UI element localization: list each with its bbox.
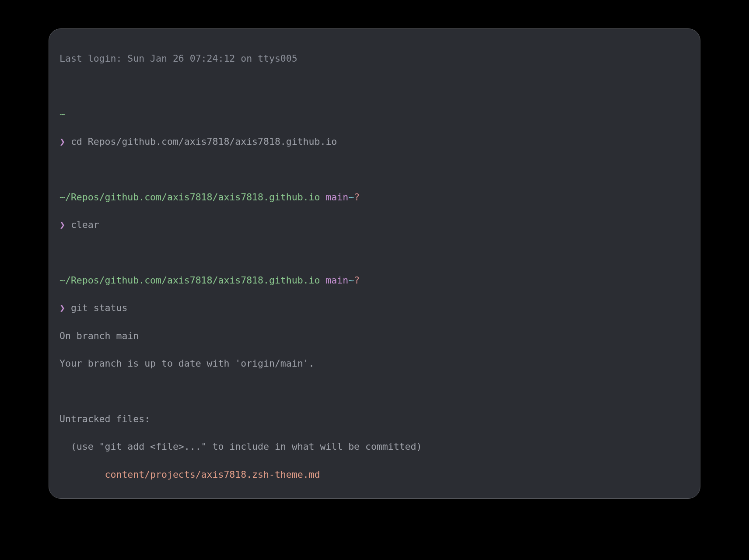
blank-line xyxy=(60,495,690,499)
blank-line xyxy=(60,385,690,399)
git-untracked-sym: ? xyxy=(354,275,360,286)
path-repo: ~/Repos/github.com/axis7818/axis7818.git… xyxy=(60,275,320,286)
status-untracked-header: Untracked files: xyxy=(60,412,690,426)
terminal-window[interactable]: Last login: Sun Jan 26 07:24:12 on ttys0… xyxy=(49,28,700,499)
command-cd: cd Repos/github.com/axis7818/axis7818.gi… xyxy=(71,136,337,147)
prompt-char: ❯ xyxy=(60,136,65,147)
command-clear: clear xyxy=(71,219,99,230)
prompt-char: ❯ xyxy=(60,219,65,230)
blank-line xyxy=(60,79,690,93)
last-login-line: Last login: Sun Jan 26 07:24:12 on ttys0… xyxy=(60,52,690,66)
terminal-output[interactable]: Last login: Sun Jan 26 07:24:12 on ttys0… xyxy=(60,38,690,499)
blank-line xyxy=(60,246,690,260)
git-branch: main xyxy=(326,275,348,286)
git-untracked-sym: ? xyxy=(354,192,360,203)
git-dirty-sym: ~ xyxy=(348,275,354,286)
status-hint: (use "git add <file>..." to include in w… xyxy=(60,440,690,454)
path-home: ~ xyxy=(60,108,65,119)
status-branch: On branch main xyxy=(60,329,690,343)
untracked-file: content/projects/axis7818.zsh-theme.md xyxy=(105,469,320,480)
status-file-indent xyxy=(60,469,105,480)
status-upstream: Your branch is up to date with 'origin/m… xyxy=(60,357,690,371)
path-repo: ~/Repos/github.com/axis7818/axis7818.git… xyxy=(60,192,320,203)
command-git-status: git status xyxy=(71,302,127,313)
git-branch: main xyxy=(326,192,348,203)
git-dirty-sym: ~ xyxy=(348,192,354,203)
prompt-char: ❯ xyxy=(60,302,65,313)
blank-line xyxy=(60,162,690,176)
